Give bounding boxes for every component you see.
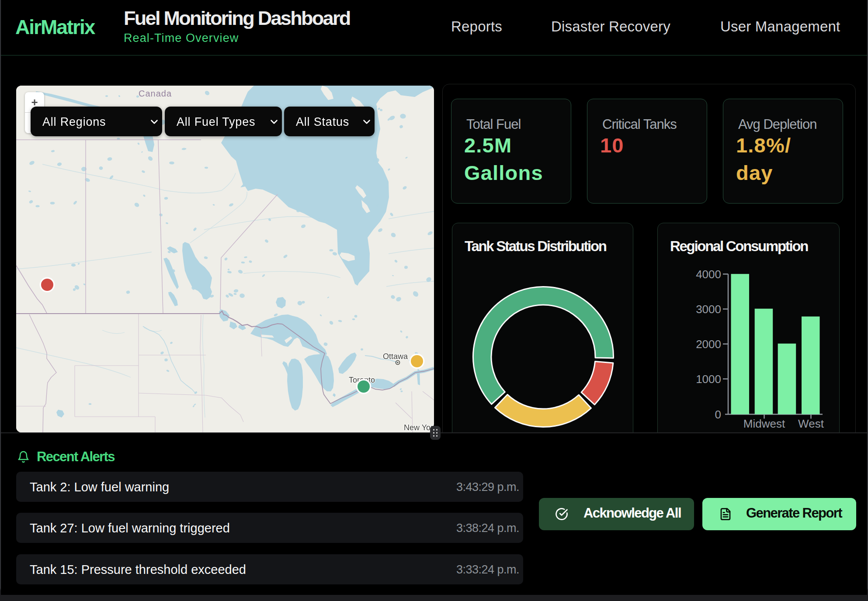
svg-text:Canada: Canada (139, 89, 172, 98)
svg-text:2000: 2000 (696, 338, 721, 351)
svg-text:Ottawa: Ottawa (383, 352, 408, 361)
svg-text:New York: New York (404, 423, 434, 432)
svg-text:West: West (798, 417, 824, 430)
svg-text:0: 0 (715, 408, 721, 421)
svg-text:4000: 4000 (696, 268, 721, 281)
svg-text:3000: 3000 (696, 303, 721, 316)
svg-text:Midwest: Midwest (743, 417, 785, 430)
svg-text:1000: 1000 (696, 373, 721, 386)
